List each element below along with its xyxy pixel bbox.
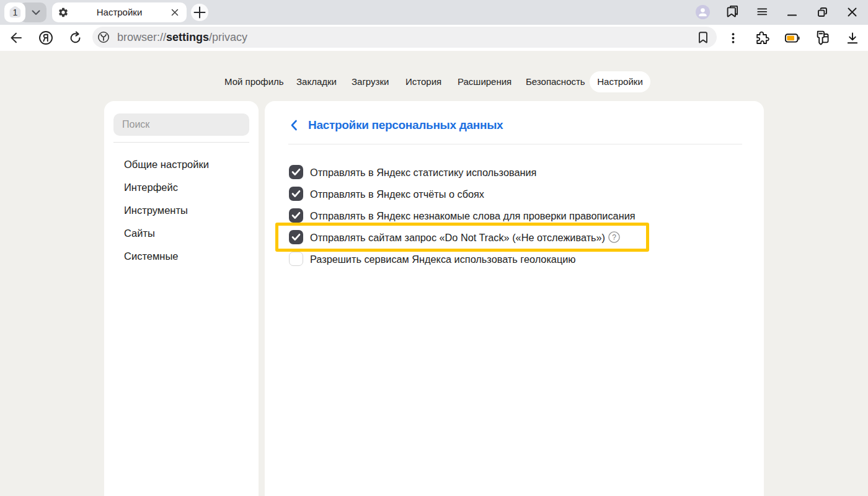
svg-text:1: 1 (13, 7, 18, 17)
svg-text:?: ? (612, 233, 616, 242)
